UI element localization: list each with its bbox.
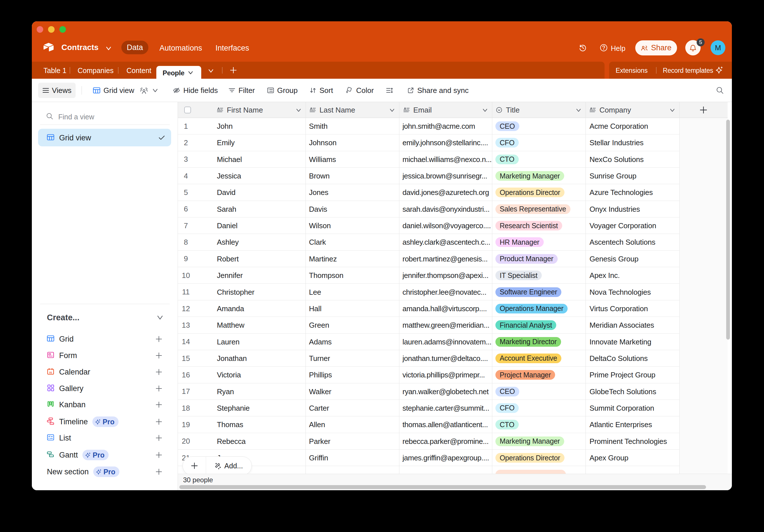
svg-text:31: 31 <box>49 371 52 374</box>
